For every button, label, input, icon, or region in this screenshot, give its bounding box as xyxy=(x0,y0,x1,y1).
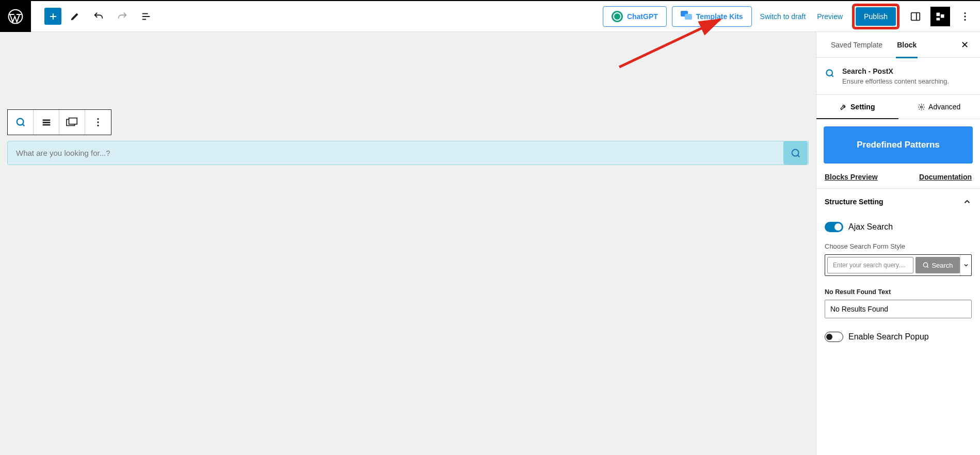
gear-icon xyxy=(918,103,925,111)
chevron-down-icon xyxy=(963,262,969,268)
settings-sidebar: Saved Template Block ✕ Search - PostX En… xyxy=(816,32,980,455)
template-kits-icon xyxy=(681,11,692,22)
chevron-up-icon xyxy=(962,197,972,206)
svg-point-19 xyxy=(921,106,923,108)
choose-style-label: Choose Search Form Style xyxy=(825,242,972,250)
undo-button[interactable] xyxy=(88,6,109,27)
search-block-submit[interactable] xyxy=(783,141,808,165)
svg-point-14 xyxy=(97,118,99,120)
chatgpt-icon xyxy=(612,11,623,22)
form-style-dropdown[interactable] xyxy=(960,255,971,275)
edit-mode-button[interactable] xyxy=(65,6,85,27)
svg-point-5 xyxy=(964,12,966,13)
chatgpt-button[interactable]: ChatGPT xyxy=(603,6,667,27)
form-style-preview-input: Enter your search query.... xyxy=(827,257,913,273)
svg-point-16 xyxy=(97,125,99,126)
svg-rect-11 xyxy=(42,124,50,126)
publish-highlight-box: Publish xyxy=(852,4,899,29)
publish-button[interactable]: Publish xyxy=(856,7,896,26)
search-icon xyxy=(922,262,929,269)
block-toolbar xyxy=(7,109,111,135)
editor-canvas[interactable] xyxy=(0,32,816,455)
svg-rect-10 xyxy=(42,122,50,123)
svg-point-20 xyxy=(924,263,928,267)
svg-point-18 xyxy=(826,70,832,76)
document-overview-button[interactable] xyxy=(136,6,156,27)
svg-rect-13 xyxy=(69,118,77,124)
sidebar-tabs: Saved Template Block ✕ xyxy=(816,32,980,58)
toolbar-right-group: ChatGPT Template Kits Switch to draft Pr… xyxy=(603,4,980,29)
tab-block[interactable]: Block xyxy=(890,32,924,58)
search-block-preview[interactable] xyxy=(7,141,809,165)
blocks-preview-link[interactable]: Blocks Preview xyxy=(825,173,878,181)
structure-setting-header[interactable]: Structure Setting xyxy=(816,188,980,215)
block-header: Search - PostX Ensure effortless content… xyxy=(816,58,980,95)
search-icon xyxy=(825,68,835,85)
svg-point-6 xyxy=(964,15,966,17)
svg-rect-4 xyxy=(937,18,940,20)
block-more-options-button[interactable] xyxy=(85,110,111,135)
structure-setting-body: Ajax Search Choose Search Form Style Ent… xyxy=(816,215,980,359)
tab-saved-template[interactable]: Saved Template xyxy=(824,32,890,58)
ajax-search-toggle[interactable] xyxy=(825,222,843,232)
block-title: Search - PostX xyxy=(842,67,949,75)
form-style-preview-button: Search xyxy=(915,257,960,273)
settings-sidebar-toggle[interactable] xyxy=(906,7,925,26)
enable-popup-row: Enable Search Popup xyxy=(825,318,972,349)
template-kits-button[interactable]: Template Kits xyxy=(672,6,752,27)
template-kits-label: Template Kits xyxy=(696,12,743,21)
no-result-input[interactable] xyxy=(825,300,972,318)
top-toolbar: ChatGPT Template Kits Switch to draft Pr… xyxy=(0,0,980,32)
svg-rect-1 xyxy=(911,12,920,20)
alignment-button[interactable] xyxy=(34,110,59,135)
toolbar-left-group xyxy=(31,6,156,27)
close-sidebar-button[interactable]: ✕ xyxy=(957,35,973,55)
predefined-patterns-button[interactable]: Predefined Patterns xyxy=(824,126,973,164)
options-menu-button[interactable] xyxy=(955,7,975,26)
svg-point-8 xyxy=(17,119,23,125)
search-block-input[interactable] xyxy=(8,149,783,157)
inner-tab-setting[interactable]: Setting xyxy=(816,95,898,119)
enable-popup-label: Enable Search Popup xyxy=(848,332,929,342)
form-style-select[interactable]: Enter your search query.... Search xyxy=(825,254,972,276)
svg-point-7 xyxy=(964,19,966,20)
svg-rect-3 xyxy=(941,14,944,18)
documentation-link[interactable]: Documentation xyxy=(919,173,972,181)
block-description: Ensure effortless content searching. xyxy=(842,77,949,85)
svg-point-17 xyxy=(792,149,798,156)
enable-popup-toggle[interactable] xyxy=(825,332,843,342)
sidebar-content: Predefined Patterns Blocks Preview Docum… xyxy=(816,119,980,188)
ajax-search-label: Ajax Search xyxy=(848,222,893,232)
svg-point-15 xyxy=(97,121,99,123)
svg-rect-9 xyxy=(42,120,50,121)
postx-panel-button[interactable] xyxy=(930,7,950,26)
add-block-button[interactable] xyxy=(44,8,61,25)
svg-rect-2 xyxy=(937,12,940,16)
inner-tab-advanced[interactable]: Advanced xyxy=(898,95,981,119)
ajax-search-row: Ajax Search xyxy=(825,215,972,239)
block-type-icon[interactable] xyxy=(8,110,34,135)
chatgpt-label: ChatGPT xyxy=(627,12,658,21)
preview-link[interactable]: Preview xyxy=(814,12,846,21)
redo-button[interactable] xyxy=(112,6,133,27)
wordpress-logo[interactable] xyxy=(0,1,31,32)
inner-tabs: Setting Advanced xyxy=(816,95,980,119)
no-result-label: No Result Found Text xyxy=(825,288,972,296)
wrench-icon xyxy=(840,103,847,111)
layout-button[interactable] xyxy=(59,110,85,135)
switch-to-draft-link[interactable]: Switch to draft xyxy=(757,12,809,21)
link-row: Blocks Preview Documentation xyxy=(824,164,973,181)
